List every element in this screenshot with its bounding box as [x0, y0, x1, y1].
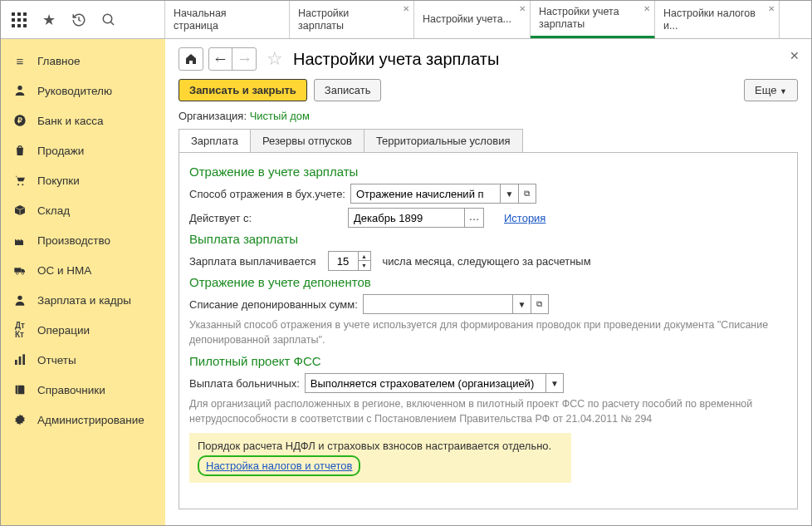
- tab-tax-settings[interactable]: Настройки налогов и...✕: [655, 1, 780, 38]
- sidebar-item-label: Продажи: [37, 145, 84, 157]
- spin-up-icon[interactable]: ▲: [359, 252, 370, 261]
- dropdown-icon[interactable]: ▼: [500, 184, 518, 204]
- section-fss-title: Пилотный проект ФСС: [189, 354, 787, 368]
- sidebar-item-reports[interactable]: Отчеты: [1, 345, 165, 375]
- sidebar-item-payroll[interactable]: Зарплата и кадры: [1, 285, 165, 315]
- tab-label: Настройки учета зарплаты: [539, 6, 636, 31]
- tab-salary[interactable]: Зарплата: [179, 130, 251, 152]
- dropdown-icon[interactable]: ▼: [512, 294, 531, 314]
- sidebar-item-production[interactable]: Производство: [1, 225, 165, 255]
- cart-icon: [12, 173, 27, 188]
- svg-rect-5: [23, 18, 27, 22]
- section-reflection-title: Отражение в учете зарплаты: [189, 165, 787, 179]
- forward-button[interactable]: 🡒: [232, 48, 256, 70]
- tab-start-page[interactable]: Начальная страница: [165, 1, 290, 38]
- svg-rect-2: [23, 12, 27, 16]
- truck-icon: [12, 263, 27, 278]
- box-icon: [12, 203, 27, 218]
- more-button[interactable]: Еще ▼: [744, 79, 798, 101]
- tab-label: Настройки зарплаты: [298, 7, 395, 32]
- open-dialog-icon[interactable]: ⧉: [531, 294, 549, 314]
- ruble-icon: ₽: [12, 113, 27, 128]
- tab-salary-accounting-settings[interactable]: Настройки учета зарплаты✕: [531, 1, 655, 38]
- svg-rect-4: [17, 18, 21, 22]
- tab-label: Настройки налогов и...: [663, 7, 761, 32]
- tab-label: Настройки учета...: [423, 13, 511, 26]
- history-icon[interactable]: [66, 7, 92, 33]
- svg-point-19: [17, 296, 22, 300]
- info-box: Порядок расчета НДФЛ и страховых взносов…: [189, 433, 571, 483]
- user-icon: [12, 292, 27, 307]
- tab-salary-settings[interactable]: Настройки зарплаты✕: [290, 1, 414, 38]
- sidebar-item-label: Справочники: [37, 384, 105, 396]
- apps-grid-icon[interactable]: [6, 7, 32, 33]
- sidebar-item-operations[interactable]: ДтКтОперации: [1, 315, 165, 345]
- deponent-input[interactable]: [363, 294, 512, 314]
- star-icon[interactable]: ★: [36, 7, 62, 33]
- sidebar-item-sales[interactable]: Продажи: [1, 135, 165, 165]
- tax-settings-link-highlight: Настройка налогов и отчетов: [198, 455, 360, 476]
- sidebar-item-purchases[interactable]: Покупки: [1, 165, 165, 195]
- sidebar-item-label: Отчеты: [37, 354, 76, 366]
- date-picker-button[interactable]: …: [464, 208, 484, 228]
- svg-rect-6: [12, 24, 15, 27]
- dropdown-icon[interactable]: ▼: [545, 373, 564, 393]
- svg-rect-3: [12, 18, 15, 22]
- tab-vacation-reserves[interactable]: Резервы отпусков: [251, 130, 364, 152]
- back-button[interactable]: 🡐: [209, 48, 232, 70]
- book-icon: [12, 382, 27, 397]
- close-page-button[interactable]: ✕: [790, 49, 800, 62]
- svg-point-9: [103, 14, 112, 23]
- home-button[interactable]: [179, 47, 203, 71]
- settings-panel: Отражение в учете зарплаты Способ отраже…: [179, 152, 798, 509]
- tax-settings-link[interactable]: Настройка налогов и отчетов: [206, 460, 352, 472]
- pay-day-input[interactable]: [328, 251, 358, 271]
- svg-point-11: [17, 86, 22, 90]
- sidebar-item-label: Операции: [37, 324, 90, 337]
- close-icon[interactable]: ✕: [768, 4, 775, 14]
- sidebar-item-manager[interactable]: Руководителю: [1, 76, 165, 106]
- open-dialog-icon[interactable]: ⧉: [518, 184, 536, 204]
- org-link[interactable]: Чистый дом: [250, 110, 310, 122]
- factory-icon: [12, 233, 27, 248]
- sidebar-item-assets[interactable]: ОС и НМА: [1, 255, 165, 285]
- sidebar-item-label: Руководителю: [37, 85, 112, 97]
- svg-line-10: [110, 22, 114, 25]
- window-tabs: Начальная страница Настройки зарплаты✕ Н…: [165, 1, 811, 38]
- sidebar-item-admin[interactable]: Администрирование: [1, 405, 165, 435]
- history-link[interactable]: История: [504, 212, 545, 224]
- close-icon[interactable]: ✕: [519, 4, 526, 14]
- tab-territorial[interactable]: Территориальные условия: [364, 130, 522, 152]
- deponent-help: Указанный способ отражения в учете испол…: [189, 318, 787, 347]
- favorite-star-icon[interactable]: ☆: [267, 48, 283, 70]
- search-icon[interactable]: [95, 7, 122, 33]
- save-button[interactable]: Записать: [314, 79, 382, 101]
- reflect-method-input[interactable]: [350, 184, 500, 204]
- page-title: Настройки учета зарплаты: [293, 50, 499, 69]
- sidebar-item-main[interactable]: ≡Главное: [1, 46, 165, 76]
- valid-from-input[interactable]: [348, 208, 464, 228]
- tab-label: Начальная страница: [174, 7, 271, 32]
- pay-label: Зарплата выплачивается: [189, 255, 316, 268]
- sidebar-item-label: Главное: [37, 55, 81, 67]
- sidebar-item-directories[interactable]: Справочники: [1, 375, 165, 405]
- valid-from-label: Действует с:: [189, 212, 343, 224]
- svg-rect-0: [12, 12, 15, 16]
- close-icon[interactable]: ✕: [403, 4, 409, 14]
- section-deponent-title: Отражение в учете депонентов: [189, 275, 787, 289]
- pay-suffix: числа месяца, следующего за расчетным: [383, 255, 591, 268]
- svg-rect-22: [22, 354, 25, 365]
- menu-icon: ≡: [12, 53, 27, 68]
- svg-text:₽: ₽: [17, 116, 22, 125]
- main-sidebar: ≡Главное Руководителю ₽Банк и касса Прод…: [1, 39, 165, 525]
- save-and-close-button[interactable]: Записать и закрыть: [179, 79, 307, 101]
- tab-accounting-settings[interactable]: Настройки учета...✕: [414, 1, 531, 38]
- sidebar-item-label: Склад: [37, 204, 70, 217]
- svg-rect-20: [15, 360, 17, 365]
- sidebar-item-warehouse[interactable]: Склад: [1, 195, 165, 225]
- sidebar-item-bank[interactable]: ₽Банк и касса: [1, 106, 165, 135]
- sidebar-item-label: ОС и НМА: [37, 264, 91, 277]
- close-icon[interactable]: ✕: [643, 4, 650, 14]
- sick-pay-input[interactable]: [305, 373, 545, 393]
- spin-down-icon[interactable]: ▼: [359, 261, 370, 270]
